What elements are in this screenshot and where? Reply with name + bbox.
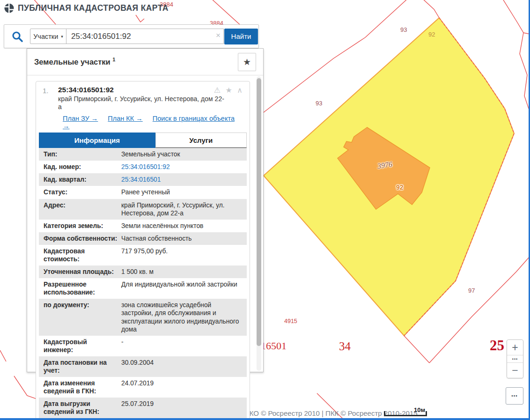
table-row-area: Уточненная площадь: 1 500 кв. м — [39, 265, 247, 278]
results-panel: Земельные участки 1 ★ 1. 25:34:016501:92… — [27, 48, 264, 372]
map-label-97: 97 — [468, 287, 475, 294]
panel-scrollbar-thumb[interactable] — [257, 78, 261, 346]
results-heading: Земельные участки 1 — [34, 57, 115, 66]
app-header: ПУБЛИЧНАЯ КАДАСТРОВАЯ КАРТА — [4, 3, 169, 14]
favorites-button[interactable]: ★ — [238, 53, 256, 71]
map-label-25: 25 — [490, 337, 504, 354]
panel-scrollbar[interactable] — [257, 76, 261, 371]
result-index: 1. — [43, 87, 57, 95]
results-heading-text: Земельные участки — [34, 58, 110, 66]
map-label-93-b: 93 — [316, 100, 322, 107]
search-category-dropdown[interactable]: Участки ▾ — [30, 29, 66, 44]
table-row-ownership: Форма собственности: Частная собственнос… — [39, 232, 247, 245]
table-row-change-date: Дата изменения сведений в ГКН: 24.07.201… — [39, 377, 247, 398]
cad-quarter-link[interactable]: 25:34:016501 — [121, 176, 243, 184]
tab-information[interactable]: Информация — [39, 133, 155, 148]
result-links: План ЗУ → План КК → Поиск в границах объ… — [63, 115, 244, 130]
map-label-92-parcel: 92 — [396, 184, 404, 191]
table-row-status: Статус: Ранее учтенный — [39, 186, 247, 199]
rosreestr-logo-icon — [4, 3, 15, 14]
star-icon: ★ — [243, 57, 251, 67]
search-input[interactable] — [66, 29, 224, 44]
result-address: край Приморский, г. Уссурийск, ул. Несте… — [58, 95, 224, 111]
info-table: Тип: Земельный участок Кад. номер: 25:34… — [39, 148, 247, 418]
map-label-93-a: 93 — [400, 26, 407, 33]
cad-number-link[interactable]: 25:34:016501:92 — [121, 163, 243, 171]
plan-zu-link[interactable]: План ЗУ → — [63, 115, 98, 122]
find-button[interactable]: Найти — [224, 29, 258, 44]
zoom-levels-button[interactable]: ••• — [507, 355, 523, 363]
scale-label: 10м — [414, 406, 425, 413]
table-row-cad-quarter: Кад. квартал: 25:34:016501 — [39, 173, 247, 186]
result-tabs: Информация Услуги — [39, 133, 247, 148]
table-row-cad-number: Кад. номер: 25:34:016501:92 — [39, 161, 247, 173]
map-tools-button[interactable]: ••• — [506, 387, 523, 405]
map-label-34: 34 — [339, 340, 351, 353]
zoom-in-button[interactable]: + — [507, 340, 523, 355]
results-list: 1. 25:34:016501:92 ⚠ ★ ∧ край Приморский… — [27, 75, 263, 373]
star-icon[interactable]: ★ — [225, 86, 233, 94]
map-label-92-quarter: 92 — [428, 31, 435, 38]
warning-icon[interactable]: ⚠ — [214, 86, 222, 94]
map-label-4915: 4915 — [284, 318, 297, 324]
search-icon — [11, 30, 23, 43]
chevron-down-icon: ▾ — [61, 34, 63, 39]
result-card[interactable]: 1. 25:34:016501:92 ⚠ ★ ∧ край Приморский… — [36, 81, 250, 420]
clear-search-icon[interactable]: × — [216, 31, 221, 40]
table-row-address: Адрес: край Приморский, г. Уссурийск, ул… — [39, 199, 247, 220]
search-bar: Участки ▾ × Найти — [4, 24, 259, 48]
plan-kk-link[interactable]: План КК → — [108, 115, 142, 122]
zoom-control-group: + ••• − — [507, 339, 523, 378]
result-action-icons: ⚠ ★ ∧ — [214, 86, 244, 95]
table-row-engineer: Кадастровый инженер: - — [39, 336, 247, 356]
table-row-export-date: Дата выгрузки сведений из ГКН: 25.07.201… — [39, 398, 247, 418]
results-panel-header: Земельные участки 1 ★ — [27, 49, 263, 75]
tab-services[interactable]: Услуги — [155, 133, 247, 148]
chevron-up-icon[interactable]: ∧ — [237, 86, 244, 94]
table-row-permitted-use: Разрешенное использование: Для индивидуа… — [39, 278, 247, 299]
table-row-registration-date: Дата постановки на учет: 30.09.2004 — [39, 356, 247, 377]
zoom-out-button[interactable]: − — [507, 363, 523, 378]
table-row-cadastral-value: Кадастровая стоимость: 717 975,00 руб. — [39, 245, 247, 265]
table-row-by-document: по документу: зона сложившейся усадебной… — [39, 299, 247, 335]
search-category-label: Участки — [33, 33, 58, 40]
window-edge-bottom — [0, 418, 530, 420]
app-title: ПУБЛИЧНАЯ КАДАСТРОВАЯ КАРТА — [18, 3, 169, 13]
results-count: 1 — [112, 57, 115, 62]
table-row-land-category: Категория земель: Земли населённых пункт… — [39, 220, 247, 232]
table-row-type: Тип: Земельный участок — [39, 148, 247, 161]
